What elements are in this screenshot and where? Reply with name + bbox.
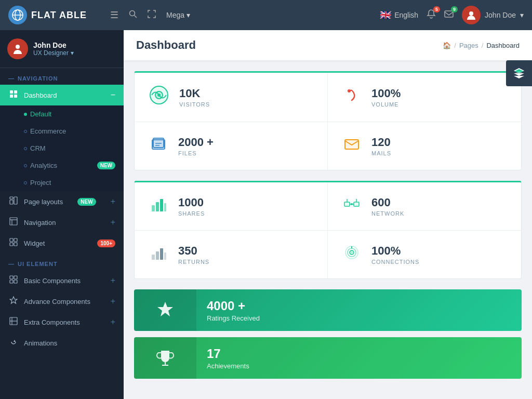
sidebar-subitem-crm[interactable]: CRM bbox=[0, 140, 124, 157]
svg-line-4 bbox=[135, 15, 137, 18]
navigation-add-icon[interactable]: + bbox=[111, 218, 115, 227]
expand-icon[interactable] bbox=[148, 10, 156, 21]
svg-point-47 bbox=[351, 203, 353, 205]
svg-rect-11 bbox=[14, 95, 17, 98]
notifications-button[interactable]: 5 bbox=[427, 9, 436, 21]
svg-rect-36 bbox=[153, 138, 164, 148]
messages-button[interactable]: 9 bbox=[444, 9, 454, 21]
advance-components-add-icon[interactable]: + bbox=[111, 297, 115, 306]
shares-value: 1000 bbox=[178, 196, 205, 209]
basic-components-add-icon[interactable]: + bbox=[111, 276, 115, 285]
role-chevron-icon: ▾ bbox=[71, 49, 74, 57]
analytics-label: Analytics bbox=[30, 162, 57, 169]
search-icon[interactable] bbox=[129, 10, 137, 21]
stats-grid-2: 1000 SHARES bbox=[134, 181, 522, 279]
breadcrumb-current: Dashboard bbox=[486, 42, 520, 49]
analytics-badge: NEW bbox=[97, 162, 115, 169]
messages-badge: 9 bbox=[451, 6, 458, 12]
mails-label: MAILS bbox=[371, 150, 391, 156]
page-layouts-add-icon[interactable]: + bbox=[111, 197, 115, 206]
ecommerce-label: Ecommerce bbox=[30, 127, 66, 135]
breadcrumb-home-icon: 🏠 bbox=[443, 42, 451, 49]
sidebar-item-page-layouts[interactable]: Page layouts NEW + bbox=[0, 191, 124, 212]
extra-components-add-icon[interactable]: + bbox=[111, 317, 115, 327]
sidebar-subitem-project[interactable]: Project bbox=[0, 174, 124, 191]
sidebar-item-basic-components[interactable]: Basic Components + bbox=[0, 270, 124, 291]
returns-icon bbox=[149, 243, 168, 266]
floating-panel[interactable] bbox=[506, 60, 532, 86]
sidebar-user-name: John Doe bbox=[33, 41, 74, 49]
widget-icon bbox=[8, 238, 19, 248]
user-menu[interactable]: John Doe ▾ bbox=[462, 6, 524, 24]
stat-card-files: 2000 + FILES bbox=[135, 122, 328, 170]
svg-rect-10 bbox=[10, 95, 13, 98]
content-header: Dashboard 🏠 / Pages / Dashboard bbox=[124, 30, 532, 61]
app-logo: FLAT ABLE bbox=[8, 6, 102, 24]
sidebar-subitem-default[interactable]: Default bbox=[0, 105, 124, 123]
navigation-label: Navigation bbox=[24, 219, 56, 227]
breadcrumb-sep2: / bbox=[482, 42, 484, 49]
svg-point-56 bbox=[350, 250, 354, 255]
promo-card-ratings: 4000 + Ratings Received bbox=[134, 289, 522, 331]
hamburger-icon[interactable]: ☰ bbox=[110, 9, 118, 21]
svg-rect-45 bbox=[354, 202, 359, 206]
svg-rect-15 bbox=[10, 218, 17, 225]
svg-point-7 bbox=[16, 45, 20, 49]
sidebar-user-avatar bbox=[7, 38, 28, 59]
sidebar-item-advance-components[interactable]: Advance Components + bbox=[0, 291, 124, 312]
app-name: FLAT ABLE bbox=[31, 10, 87, 21]
language-label: English bbox=[394, 11, 418, 19]
network-icon bbox=[342, 195, 361, 218]
animations-label: Animations bbox=[24, 339, 57, 347]
mails-info: 120 MAILS bbox=[371, 136, 391, 156]
subitem-empty-dot-icon bbox=[24, 130, 27, 133]
topbar-controls: ☰ Mega ▾ bbox=[110, 9, 190, 21]
sidebar-user-role[interactable]: UX Designer ▾ bbox=[33, 49, 74, 57]
promo-card-achievements: 17 Achievements bbox=[134, 337, 522, 379]
dashboard-icon bbox=[8, 90, 19, 100]
svg-rect-44 bbox=[344, 202, 350, 206]
sidebar-item-dashboard[interactable]: Dashboard − bbox=[0, 85, 124, 105]
svg-rect-40 bbox=[152, 205, 155, 211]
promo-cards: 4000 + Ratings Received bbox=[134, 289, 522, 379]
page-layouts-label: Page layouts bbox=[24, 198, 63, 206]
connections-info: 100% CONNECTIONS bbox=[371, 244, 419, 265]
volume-icon bbox=[342, 86, 361, 109]
sidebar-item-navigation[interactable]: Navigation + bbox=[0, 212, 124, 233]
breadcrumb-pages: Pages bbox=[459, 42, 478, 49]
files-icon bbox=[149, 135, 168, 157]
achievements-label: Achievements bbox=[207, 362, 249, 370]
ui-section-label: UI ELEMENT bbox=[0, 254, 124, 270]
visitors-info: 10K VISITORS bbox=[179, 87, 210, 108]
sidebar-item-widget[interactable]: Widget 100+ bbox=[0, 233, 124, 254]
files-value: 2000 + bbox=[178, 136, 214, 149]
stat-card-shares: 1000 SHARES bbox=[135, 182, 328, 231]
user-name: John Doe bbox=[485, 11, 516, 19]
default-label: Default bbox=[30, 110, 51, 118]
subitem-dot-icon bbox=[24, 113, 27, 116]
svg-rect-43 bbox=[164, 203, 166, 211]
flag-icon: 🇬🇧 bbox=[380, 9, 391, 21]
svg-rect-8 bbox=[10, 90, 13, 94]
stat-card-network: 600 NETWORK bbox=[328, 182, 521, 231]
navigation-icon bbox=[8, 217, 19, 228]
svg-rect-41 bbox=[156, 202, 159, 211]
sidebar-item-animations[interactable]: Animations bbox=[0, 332, 124, 353]
svg-point-6 bbox=[469, 11, 473, 16]
mega-menu-button[interactable]: Mega ▾ bbox=[166, 11, 190, 19]
svg-marker-58 bbox=[157, 302, 173, 316]
svg-rect-21 bbox=[14, 243, 17, 246]
sidebar-item-extra-components[interactable]: Extra Components + bbox=[0, 312, 124, 332]
ratings-label: Ratings Received bbox=[207, 314, 260, 322]
visitors-value: 10K bbox=[179, 87, 210, 100]
sidebar-subitem-analytics[interactable]: Analytics NEW bbox=[0, 157, 124, 174]
network-value: 600 bbox=[371, 196, 404, 209]
language-selector[interactable]: 🇬🇧 English bbox=[380, 9, 418, 21]
svg-rect-9 bbox=[14, 90, 17, 94]
dashboard-minus-icon: − bbox=[111, 90, 115, 100]
files-label: FILES bbox=[178, 150, 214, 156]
topbar: FLAT ABLE ☰ Mega ▾ 🇬🇧 English bbox=[0, 0, 532, 30]
sidebar-subitem-ecommerce[interactable]: Ecommerce bbox=[0, 123, 124, 140]
achievements-trophy-icon bbox=[134, 337, 196, 379]
shares-icon bbox=[149, 195, 168, 218]
